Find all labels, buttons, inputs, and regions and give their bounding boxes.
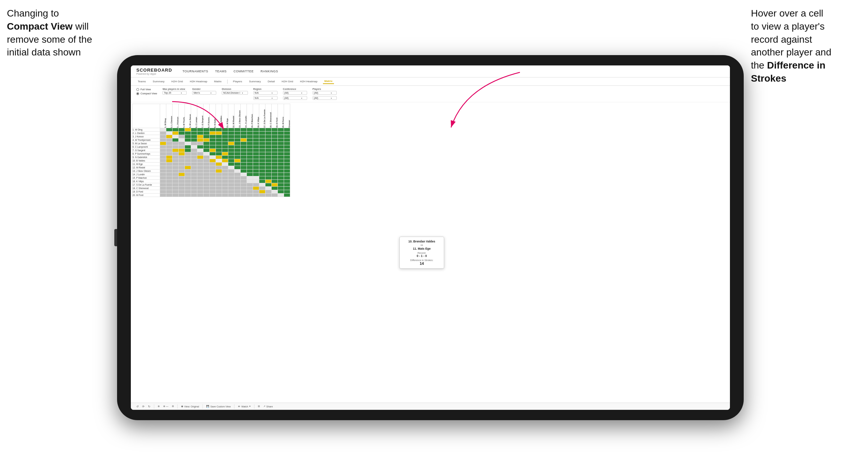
matrix-cell[interactable]: [191, 132, 197, 135]
matrix-cell[interactable]: [216, 142, 222, 145]
matrix-cell[interactable]: [241, 135, 247, 138]
matrix-cell[interactable]: [222, 152, 228, 156]
matrix-cell[interactable]: [284, 187, 290, 190]
matrix-cell[interactable]: [203, 159, 210, 163]
matrix-cell[interactable]: [203, 173, 210, 176]
matrix-cell[interactable]: [253, 176, 259, 180]
matrix-cell[interactable]: [265, 159, 272, 163]
matrix-cell[interactable]: [234, 156, 241, 159]
matrix-cell[interactable]: [216, 128, 222, 132]
matrix-cell[interactable]: [253, 166, 259, 169]
sub-nav-teams[interactable]: Teams: [136, 79, 147, 84]
matrix-cell[interactable]: [191, 149, 197, 152]
matrix-cell[interactable]: [160, 194, 166, 197]
matrix-cell[interactable]: [284, 169, 290, 173]
matrix-cell[interactable]: [259, 194, 265, 197]
matrix-cell[interactable]: [172, 135, 179, 138]
matrix-cell[interactable]: [284, 194, 290, 197]
radio-compact-view[interactable]: Compact View: [136, 92, 157, 95]
matrix-cell[interactable]: [222, 156, 228, 159]
matrix-cell[interactable]: [216, 176, 222, 180]
matrix-cell[interactable]: [265, 149, 272, 152]
matrix-cell[interactable]: [247, 187, 253, 190]
matrix-cell[interactable]: [278, 159, 284, 163]
matrix-cell[interactable]: [278, 132, 284, 135]
matrix-cell[interactable]: [272, 142, 278, 145]
matrix-cell[interactable]: [278, 166, 284, 169]
matrix-cell[interactable]: [272, 180, 278, 183]
matrix-cell[interactable]: [284, 135, 290, 138]
toolbar-undo[interactable]: ↺: [136, 405, 139, 408]
matrix-cell[interactable]: [191, 166, 197, 169]
matrix-cell[interactable]: [185, 132, 191, 135]
matrix-cell[interactable]: [160, 152, 166, 156]
matrix-cell[interactable]: [172, 156, 179, 159]
matrix-cell[interactable]: [284, 132, 290, 135]
matrix-cell[interactable]: [166, 135, 172, 138]
matrix-cell[interactable]: [172, 142, 179, 145]
matrix-cell[interactable]: [228, 138, 234, 142]
sub-nav-summary[interactable]: Summary: [151, 79, 166, 84]
matrix-cell[interactable]: [234, 132, 241, 135]
matrix-cell[interactable]: [216, 190, 222, 194]
matrix-cell[interactable]: [210, 190, 216, 194]
matrix-cell[interactable]: [278, 183, 284, 187]
matrix-cell[interactable]: [241, 138, 247, 142]
matrix-cell[interactable]: [284, 173, 290, 176]
matrix-cell[interactable]: [191, 138, 197, 142]
filter-gender-select[interactable]: Men's: [192, 91, 216, 95]
filter-division-select[interactable]: NCAA Division I: [222, 91, 248, 95]
matrix-cell[interactable]: [278, 163, 284, 166]
matrix-cell[interactable]: [253, 138, 259, 142]
matrix-cell[interactable]: [210, 145, 216, 149]
sub-nav-h2h-grid[interactable]: H2H Grid: [170, 79, 184, 84]
matrix-cell[interactable]: [228, 149, 234, 152]
matrix-cell[interactable]: [210, 156, 216, 159]
matrix-cell[interactable]: [228, 187, 234, 190]
matrix-cell[interactable]: [166, 152, 172, 156]
matrix-cell[interactable]: [172, 183, 179, 187]
matrix-cell[interactable]: [203, 187, 210, 190]
matrix-cell[interactable]: [160, 180, 166, 183]
matrix-cell[interactable]: [179, 142, 185, 145]
matrix-cell[interactable]: [185, 142, 191, 145]
matrix-cell[interactable]: [179, 135, 185, 138]
matrix-cell[interactable]: [222, 163, 228, 166]
matrix-cell[interactable]: [241, 190, 247, 194]
filter-conference-select1[interactable]: (All): [283, 91, 307, 95]
matrix-cell[interactable]: [272, 138, 278, 142]
matrix-cell[interactable]: [203, 145, 210, 149]
matrix-cell[interactable]: [172, 176, 179, 180]
matrix-cell[interactable]: [284, 149, 290, 152]
matrix-cell[interactable]: [272, 163, 278, 166]
matrix-cell[interactable]: [234, 190, 241, 194]
matrix-cell[interactable]: [284, 145, 290, 149]
matrix-cell[interactable]: [222, 138, 228, 142]
matrix-cell[interactable]: [259, 163, 265, 166]
matrix-cell[interactable]: [160, 135, 166, 138]
sub-nav-summary2[interactable]: Summary: [248, 79, 262, 84]
matrix-cell[interactable]: [197, 176, 203, 180]
matrix-cell[interactable]: [216, 163, 222, 166]
matrix-cell[interactable]: [272, 149, 278, 152]
matrix-cell[interactable]: [210, 163, 216, 166]
matrix-cell[interactable]: [203, 156, 210, 159]
matrix-cell[interactable]: [185, 149, 191, 152]
matrix-cell[interactable]: [160, 169, 166, 173]
matrix-cell[interactable]: [166, 176, 172, 180]
toolbar-save-custom[interactable]: 💾 Save Custom View: [206, 405, 231, 408]
matrix-cell[interactable]: [172, 194, 179, 197]
matrix-cell[interactable]: [253, 152, 259, 156]
toolbar-redo[interactable]: ↻: [148, 405, 150, 408]
matrix-cell[interactable]: [210, 149, 216, 152]
matrix-cell[interactable]: [259, 187, 265, 190]
matrix-cell[interactable]: [284, 156, 290, 159]
matrix-cell[interactable]: [253, 187, 259, 190]
matrix-cell[interactable]: [228, 159, 234, 163]
matrix-cell[interactable]: [185, 135, 191, 138]
matrix-cell[interactable]: [234, 149, 241, 152]
sub-nav-detail[interactable]: Detail: [266, 79, 276, 84]
matrix-cell[interactable]: [253, 190, 259, 194]
matrix-cell[interactable]: [253, 159, 259, 163]
matrix-cell[interactable]: [197, 194, 203, 197]
